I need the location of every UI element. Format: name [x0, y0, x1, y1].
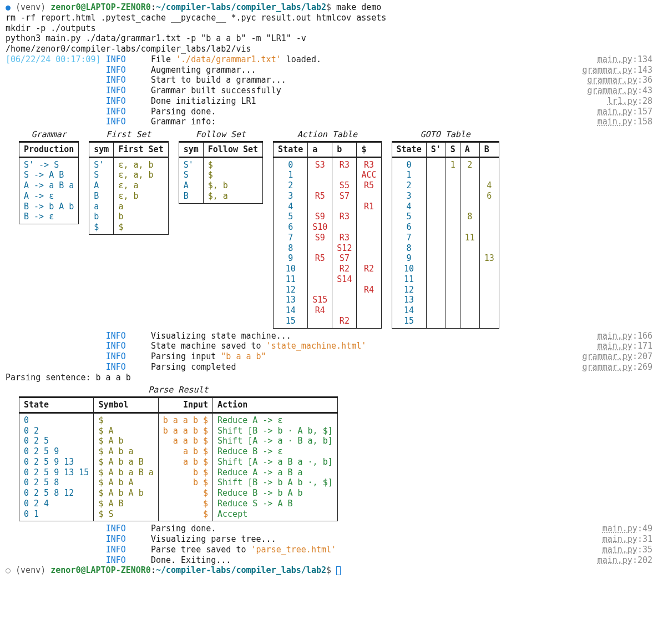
action-table: Stateab$0123456789101112131415S3 R5 S9S1… — [273, 141, 381, 329]
parse-result-wrap: Parse Result StateSymbolInputAction00 20… — [19, 385, 338, 521]
grammar-table-wrap: Grammar Production S' -> SS -> A BA -> a… — [19, 129, 79, 224]
tables-row: Grammar Production S' -> SS -> A BA -> a… — [19, 129, 652, 329]
parse-table: StateSymbolInputAction00 20 2 50 2 5 90 … — [19, 396, 338, 521]
first-set-wrap: First Set symFirst Set S'SABab$ε, a, bε,… — [89, 129, 168, 235]
prompt-line-2[interactable]: (venv) zenor0@LAPTOP-ZENOR0:~/compiler-l… — [6, 565, 652, 576]
venv-label: (venv) — [16, 2, 50, 12]
user-host: zenor0@LAPTOP-ZENOR0 — [50, 2, 151, 12]
parsing-sentence: Parsing sentence: b a a b — [6, 373, 652, 383]
goto-table: StateS'SAB0123456789101112131415 1 2 8 1… — [392, 141, 499, 329]
action-title: Action Table — [297, 129, 357, 140]
first-table: symFirst Set S'SABab$ε, a, bε, a, bε, aε… — [89, 141, 168, 235]
goto-title: GOTO Table — [421, 129, 470, 140]
first-title: First Set — [106, 129, 151, 140]
log-block-3: [06/22/24 00:17:09] INFO Parsing done.ma… — [6, 524, 652, 565]
follow-title: Follow Set — [196, 129, 246, 140]
log-block-2: [06/22/24 00:17:09] INFO Visualizing sta… — [6, 331, 652, 373]
action-table-wrap: Action Table Stateab$0123456789101112131… — [273, 129, 381, 329]
log-block-1: [06/22/24 00:17:09] INFO File './data/gr… — [6, 54, 652, 127]
cursor-icon[interactable] — [336, 566, 341, 575]
follow-set-wrap: Follow Set symFollow Set S'SAB$$$, b$, a — [179, 129, 263, 204]
grammar-table: Production S' -> SS -> A BA -> a B aA ->… — [19, 141, 79, 224]
cwd-path: ~/compiler-labs/compiler_labs/lab2 — [156, 2, 326, 12]
parse-title: Parse Result — [148, 385, 208, 395]
goto-table-wrap: GOTO Table StateS'SAB0123456789101112131… — [392, 129, 499, 329]
grammar-title: Grammar — [32, 129, 67, 140]
follow-table: symFollow Set S'SAB$$$, b$, a — [179, 141, 263, 204]
prompt-line-1[interactable]: (venv) zenor0@LAPTOP-ZENOR0:~/compiler-l… — [6, 2, 652, 13]
output-pre-lines: rm -rf report.html .pytest_cache __pycac… — [6, 13, 652, 54]
command-input[interactable]: make demo — [336, 2, 381, 12]
